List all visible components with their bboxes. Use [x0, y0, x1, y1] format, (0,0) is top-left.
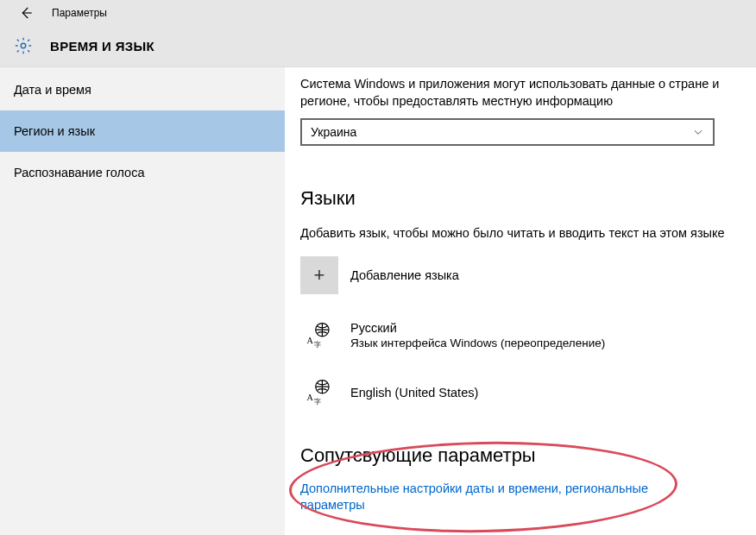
language-subtitle: Язык интерфейса Windows (переопределение… [350, 337, 605, 349]
sidebar-item-speech[interactable]: Распознавание голоса [0, 152, 285, 193]
sidebar-item-label: Регион и язык [14, 124, 95, 138]
language-icon: A 字 [300, 374, 338, 412]
plus-icon: + [300, 256, 338, 294]
svg-text:A: A [307, 335, 314, 344]
language-text: English (United States) [350, 386, 478, 400]
svg-text:字: 字 [314, 340, 321, 348]
language-item-russian[interactable]: A 字 Русский Язык интерфейса Windows (пер… [300, 317, 730, 355]
section-row: ВРЕМЯ И ЯЗЫК [0, 26, 756, 66]
language-icon: A 字 [300, 317, 338, 355]
svg-text:A: A [307, 392, 314, 401]
back-button[interactable] [14, 1, 38, 25]
sidebar-item-label: Распознавание голоса [14, 166, 145, 179]
add-language-button[interactable]: + Добавление языка [300, 256, 730, 294]
svg-point-0 [21, 44, 26, 49]
region-dropdown-value: Украина [311, 125, 356, 139]
header-bar: Параметры ВРЕМЯ И ЯЗЫК [0, 0, 756, 67]
body-area: Дата и время Регион и язык Распознавание… [0, 67, 756, 535]
sidebar: Дата и время Регион и язык Распознавание… [0, 67, 285, 535]
sidebar-item-date-time[interactable]: Дата и время [0, 69, 285, 110]
gear-icon [12, 35, 35, 57]
languages-description: Добавить язык, чтобы можно было читать и… [300, 225, 730, 242]
related-heading: Сопутсвующие параметры [300, 444, 730, 467]
content-pane: Система Windows и приложения могут испол… [285, 67, 756, 535]
region-description: Система Windows и приложения могут испол… [300, 76, 730, 110]
sidebar-item-region-language[interactable]: Регион и язык [0, 110, 285, 152]
window-title: Параметры [52, 7, 107, 19]
sidebar-item-label: Дата и время [14, 83, 91, 97]
language-item-english[interactable]: A 字 English (United States) [300, 374, 730, 412]
add-language-label: Добавление языка [350, 268, 459, 282]
languages-heading: Языки [300, 187, 730, 210]
language-name: Русский [350, 321, 605, 335]
title-row: Параметры [0, 0, 756, 26]
back-arrow-icon [18, 5, 34, 21]
section-title: ВРЕМЯ И ЯЗЫК [50, 39, 154, 54]
chevron-down-icon [692, 126, 704, 138]
svg-text:字: 字 [314, 397, 321, 405]
related-settings-link[interactable]: Дополнительные настройки даты и времени,… [300, 481, 697, 514]
language-text: Русский Язык интерфейса Windows (переопр… [350, 321, 605, 349]
region-dropdown[interactable]: Украина [300, 118, 715, 146]
language-name: English (United States) [350, 386, 478, 400]
